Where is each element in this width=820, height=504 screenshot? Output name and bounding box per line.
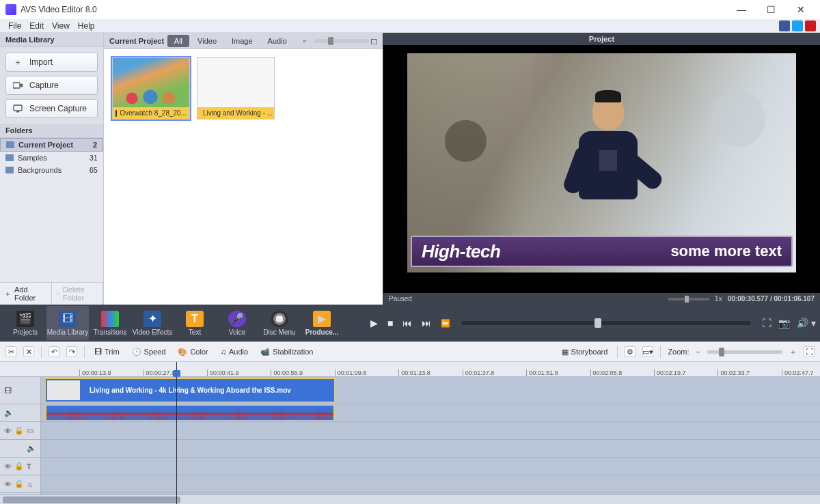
text-track[interactable]: 👁🔒T bbox=[0, 458, 820, 475]
undo-icon[interactable]: ↶ bbox=[49, 346, 59, 357]
transitions-button[interactable]: Transitions bbox=[89, 306, 131, 340]
volume-icon[interactable]: 🔊 ▾ bbox=[797, 318, 816, 328]
thumbnail-size-slider[interactable] bbox=[314, 39, 369, 43]
screen-capture-button[interactable]: Screen Capture bbox=[5, 99, 98, 118]
music-track[interactable]: 👁🔒♫ bbox=[0, 475, 820, 493]
trim-button[interactable]: 🎞Trim bbox=[92, 346, 122, 357]
media-thumb-iss[interactable]: Living and Working - ... bbox=[197, 57, 275, 120]
media-library-header: Media Library bbox=[0, 33, 103, 47]
fullscreen-icon[interactable]: ⛶ bbox=[762, 318, 771, 328]
import-button[interactable]: ＋ Import bbox=[5, 53, 98, 72]
play-button[interactable]: ▶ bbox=[370, 318, 378, 328]
tab-video[interactable]: Video bbox=[191, 35, 223, 47]
step-button[interactable]: ⏩ bbox=[441, 319, 450, 328]
prev-button[interactable]: ⏮ bbox=[402, 318, 412, 328]
timeline-scrollbar[interactable] bbox=[0, 494, 820, 504]
menu-edit[interactable]: Edit bbox=[25, 21, 48, 31]
eye-icon[interactable]: 👁 bbox=[4, 480, 12, 488]
display-icon[interactable]: ▭▾ bbox=[642, 346, 653, 357]
folder-samples[interactable]: Samples 31 bbox=[0, 152, 103, 164]
maximize-button[interactable]: ☐ bbox=[758, 4, 785, 15]
lower-third-overlay: High-tech some more text bbox=[411, 236, 793, 267]
menu-file[interactable]: File bbox=[4, 21, 25, 31]
speed-slider[interactable] bbox=[668, 298, 709, 300]
eye-icon[interactable]: 👁 bbox=[4, 462, 12, 471]
media-library-button[interactable]: 🎞Media Library bbox=[46, 306, 89, 340]
ruler-tick: 00:01:23.8 bbox=[398, 369, 430, 376]
filmstrip-icon: 🎞 bbox=[59, 311, 77, 327]
timeline-toolbar: ✂ ✕ ↶ ↷ 🎞Trim 🕒Speed 🎨Color ♫Audio 📹Stab… bbox=[0, 341, 820, 362]
settings-icon[interactable]: ⚙ bbox=[625, 346, 636, 357]
camera-icon: 📹 bbox=[260, 348, 270, 356]
menu-view[interactable]: View bbox=[48, 21, 74, 31]
redo-icon[interactable]: ↷ bbox=[66, 346, 77, 357]
zoom-out-icon[interactable]: − bbox=[696, 348, 700, 356]
zoom-fit-icon[interactable]: ⛶ bbox=[804, 346, 815, 357]
zoom-in-icon[interactable]: ＋ bbox=[789, 347, 797, 357]
capture-button[interactable]: Capture bbox=[5, 76, 98, 95]
media-thumb-overwatch[interactable]: Overwatch 8_28_20... bbox=[112, 57, 190, 120]
text-button[interactable]: TText bbox=[174, 306, 216, 340]
overlay-track[interactable]: 👁🔒▭ bbox=[0, 422, 820, 440]
app-icon bbox=[5, 4, 16, 15]
preview-video[interactable]: High-tech some more text bbox=[383, 45, 820, 293]
voice-button[interactable]: 🎤Voice bbox=[216, 306, 258, 340]
menu-help[interactable]: Help bbox=[74, 21, 99, 31]
twitter-icon[interactable] bbox=[792, 20, 803, 31]
delete-folder-button[interactable]: −Delete Folder bbox=[52, 283, 104, 305]
playhead[interactable] bbox=[176, 362, 177, 504]
split-icon[interactable]: ✂ bbox=[5, 346, 16, 357]
color-button[interactable]: 🎨Color bbox=[175, 346, 210, 358]
folder-current-project[interactable]: Current Project 2 bbox=[0, 138, 103, 152]
lock-icon[interactable]: 🔒 bbox=[14, 479, 24, 488]
facebook-icon[interactable] bbox=[779, 20, 790, 31]
video-track[interactable]: 🎞 Living and Working - 4k Living & Worki… bbox=[0, 377, 820, 404]
clapperboard-icon: 🎬 bbox=[16, 311, 34, 327]
snapshot-icon[interactable]: 📷 bbox=[778, 318, 790, 328]
disc-icon bbox=[271, 311, 288, 327]
next-button[interactable]: ⏭ bbox=[422, 318, 431, 328]
folder-backgrounds[interactable]: Backgrounds 65 bbox=[0, 164, 103, 176]
thumb-small-icon[interactable]: ▫ bbox=[303, 36, 306, 46]
audio-clip[interactable] bbox=[45, 406, 335, 420]
svg-rect-0 bbox=[13, 83, 20, 88]
ruler-tick: 00:00:55.9 bbox=[271, 369, 303, 376]
produce-button[interactable]: ▶Produce... bbox=[301, 306, 343, 340]
microphone-icon: 🎤 bbox=[228, 311, 246, 327]
tab-image[interactable]: Image bbox=[225, 35, 260, 47]
music-note-icon: ♫ bbox=[221, 348, 226, 356]
tab-audio[interactable]: Audio bbox=[261, 35, 294, 47]
overlay-icon: ▭ bbox=[27, 426, 33, 435]
speed-button[interactable]: 🕒Speed bbox=[129, 346, 169, 358]
youtube-icon[interactable] bbox=[805, 20, 816, 31]
monitor-icon bbox=[13, 104, 23, 113]
svg-rect-2 bbox=[16, 111, 19, 113]
overlay-audio-track[interactable]: 🔈 bbox=[0, 440, 820, 458]
add-folder-button[interactable]: ＋Add Folder bbox=[0, 283, 52, 305]
storyboard-icon: ▦ bbox=[562, 348, 569, 356]
projects-button[interactable]: 🎬Projects bbox=[4, 306, 46, 340]
close-button[interactable]: ✕ bbox=[787, 4, 815, 15]
time-ruler[interactable]: 00:00:13.900:00:27.900:00:41.900:00:55.9… bbox=[0, 362, 820, 377]
audio-button[interactable]: ♫Audio bbox=[218, 346, 251, 357]
ruler-tick: 00:01:51.8 bbox=[526, 369, 558, 376]
lock-icon[interactable]: 🔒 bbox=[14, 462, 24, 471]
audio-track-main[interactable]: 🔈 bbox=[0, 404, 820, 422]
camera-icon bbox=[13, 81, 23, 90]
storyboard-button[interactable]: ▦Storyboard bbox=[559, 346, 611, 358]
stabilization-button[interactable]: 📹Stabilization bbox=[258, 346, 316, 358]
video-clip[interactable]: Living and Working - 4k Living & Working… bbox=[45, 378, 335, 402]
video-effects-button[interactable]: ✦Video Effects bbox=[131, 306, 174, 340]
stop-button[interactable]: ■ bbox=[387, 318, 393, 328]
eye-icon[interactable]: 👁 bbox=[4, 427, 12, 435]
folder-icon bbox=[5, 154, 14, 161]
playback-progress[interactable] bbox=[461, 321, 751, 325]
tab-all[interactable]: All bbox=[167, 35, 189, 47]
minimize-button[interactable]: — bbox=[728, 4, 755, 15]
lock-icon[interactable]: 🔒 bbox=[14, 426, 24, 435]
delete-icon[interactable]: ✕ bbox=[23, 346, 34, 357]
disc-menu-button[interactable]: Disc Menu bbox=[258, 306, 301, 340]
color-wheel-icon: 🎨 bbox=[178, 348, 187, 356]
zoom-slider[interactable] bbox=[707, 350, 782, 354]
thumb-large-icon[interactable]: ◻ bbox=[370, 36, 377, 46]
